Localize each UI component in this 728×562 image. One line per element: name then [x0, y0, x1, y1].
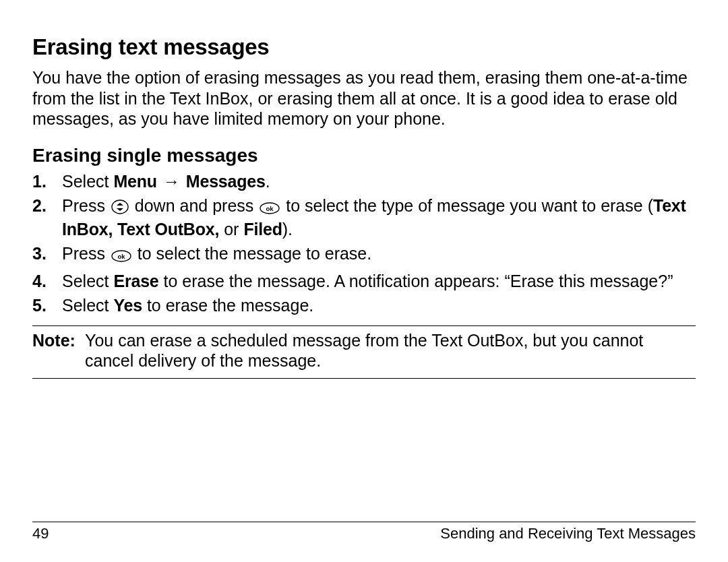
- text: Select: [62, 296, 113, 315]
- step-number: 2.: [32, 195, 62, 216]
- step-4: 4. Select Erase to erase the message. A …: [32, 271, 696, 292]
- text: Select: [62, 272, 113, 290]
- steps-list: 1. Select Menu → Messages. 2. Press down…: [32, 171, 696, 316]
- text: to erase the message. A notification app…: [159, 272, 673, 290]
- text: Press: [62, 244, 110, 263]
- step-1: 1. Select Menu → Messages.: [32, 171, 696, 192]
- text: down and press: [130, 196, 258, 215]
- yes-label: Yes: [113, 296, 142, 315]
- text: or: [219, 220, 243, 239]
- nav-up-down-icon: [110, 198, 130, 219]
- ok-button-icon: ok: [258, 198, 281, 219]
- text: .: [266, 172, 270, 191]
- step-body: Press ok to select the message to erase.: [62, 243, 696, 267]
- filed-label: Filed: [243, 220, 282, 239]
- step-2: 2. Press down and press ok to select the…: [32, 195, 696, 239]
- page-number: 49: [32, 525, 49, 543]
- step-5: 5. Select Yes to erase the message.: [32, 295, 696, 316]
- text: Press: [62, 196, 110, 215]
- erase-label: Erase: [113, 272, 158, 290]
- note-label: Note:: [32, 330, 85, 351]
- step-number: 5.: [32, 295, 62, 316]
- step-number: 4.: [32, 271, 62, 292]
- svg-text:ok: ok: [266, 205, 274, 212]
- menu-label: Menu: [113, 172, 156, 191]
- page-footer: 49 Sending and Receiving Text Messages: [32, 522, 696, 543]
- text: to select the message to erase.: [133, 244, 371, 263]
- page-heading: Erasing text messages: [32, 34, 696, 61]
- section-title: Sending and Receiving Text Messages: [440, 525, 696, 543]
- intro-paragraph: You have the option of erasing messages …: [32, 67, 696, 129]
- svg-text:ok: ok: [117, 253, 125, 260]
- step-body: Select Yes to erase the message.: [62, 295, 696, 316]
- step-body: Select Menu → Messages.: [62, 171, 696, 192]
- messages-label: Messages: [186, 172, 266, 191]
- step-body: Select Erase to erase the message. A not…: [62, 271, 696, 292]
- text: ).: [282, 220, 293, 239]
- step-number: 1.: [32, 171, 62, 192]
- text: to select the type of message you want t…: [281, 196, 653, 215]
- svg-point-0: [112, 200, 128, 214]
- step-number: 3.: [32, 243, 62, 264]
- note-body: You can erase a scheduled message from t…: [85, 330, 696, 371]
- note-block: Note: You can erase a scheduled message …: [32, 325, 696, 379]
- ok-button-icon: ok: [110, 246, 133, 267]
- arrow-icon: →: [162, 171, 181, 192]
- text: Select: [62, 172, 113, 191]
- text: to erase the message.: [142, 296, 313, 315]
- sub-heading: Erasing single messages: [32, 144, 696, 167]
- manual-page: Erasing text messages You have the optio…: [0, 0, 728, 562]
- step-3: 3. Press ok to select the message to era…: [32, 243, 696, 267]
- step-body: Press down and press ok to select the ty…: [62, 195, 696, 239]
